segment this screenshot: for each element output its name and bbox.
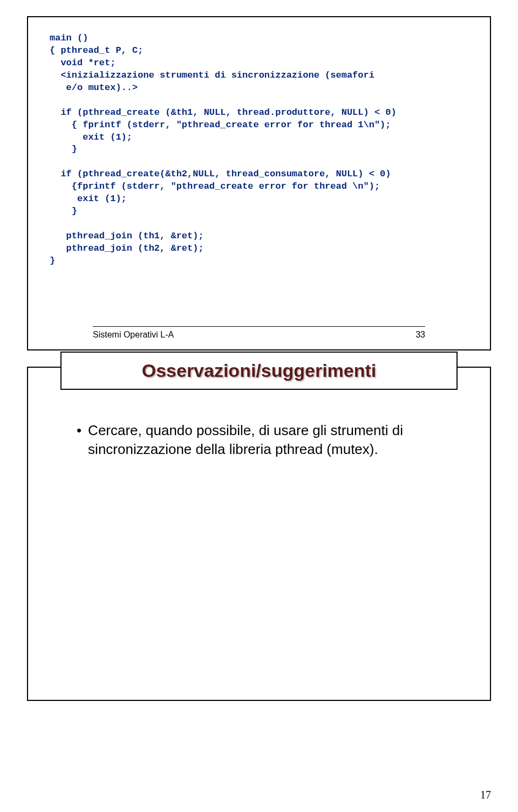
footer-page-num: 33 xyxy=(415,330,425,340)
bullet-item: • Cercare, quando possibile, di usare gl… xyxy=(77,421,447,459)
slide-title: Osservazioni/suggerimenti xyxy=(72,360,446,381)
slide-2: Osservazioni/suggerimenti • Cercare, qua… xyxy=(27,367,491,701)
code-block: main () { pthread_t P, C; void *ret; <in… xyxy=(50,32,468,267)
footer-label: Sistemi Operativi L-A xyxy=(93,330,174,340)
slide-1-content: main () { pthread_t P, C; void *ret; <in… xyxy=(28,17,490,349)
bullet-dot-icon: • xyxy=(77,421,81,440)
slide-1: main () { pthread_t P, C; void *ret; <in… xyxy=(27,16,491,350)
bullet-text: Cercare, quando possibile, di usare gli … xyxy=(88,421,447,459)
title-box: Osservazioni/suggerimenti xyxy=(60,352,458,390)
slide-2-content: • Cercare, quando possibile, di usare gl… xyxy=(28,421,490,717)
bullet-block: • Cercare, quando possibile, di usare gl… xyxy=(77,421,447,459)
slide-1-footer: Sistemi Operativi L-A 33 xyxy=(93,326,425,340)
